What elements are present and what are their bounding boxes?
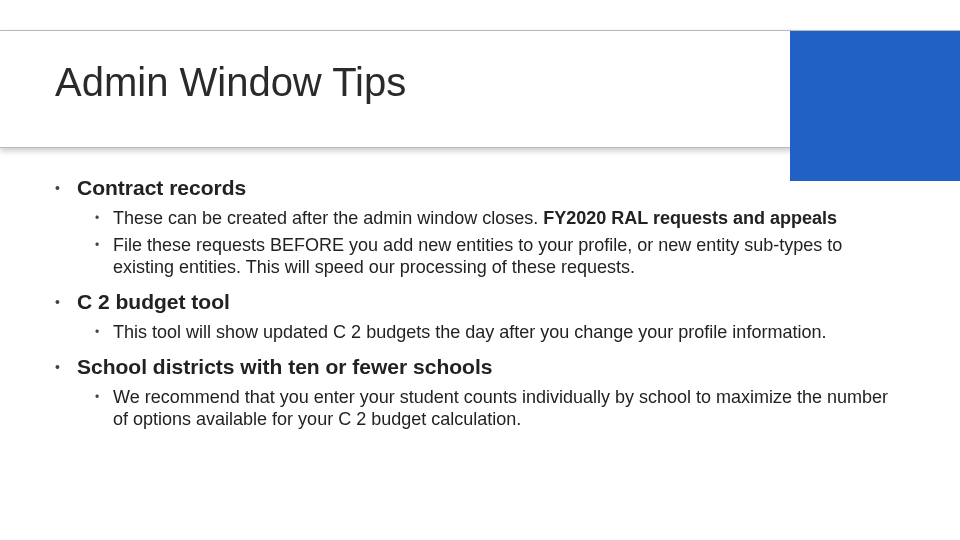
sub-list: • These can be created after the admin w… [95,207,905,279]
list-item-text: We recommend that you enter your student… [113,386,905,431]
list-item: • File these requests BEFORE you add new… [95,234,905,279]
bullet-icon: • [55,289,77,315]
slide-title: Admin Window Tips [55,60,406,105]
bullet-icon: • [95,386,113,431]
section-school-districts: • School districts with ten or fewer sch… [55,354,905,431]
section-c2-budget-tool: • C 2 budget tool • This tool will show … [55,289,905,344]
section-contract-records: • Contract records • These can be create… [55,175,905,279]
list-item: • This tool will show updated C 2 budget… [95,321,905,344]
sub-list: • We recommend that you enter your stude… [95,386,905,431]
bullet-list: • Contract records • These can be create… [55,175,905,431]
sub-list: • This tool will show updated C 2 budget… [95,321,905,344]
bullet-icon: • [95,234,113,279]
section-heading: Contract records [77,175,905,201]
section-heading: C 2 budget tool [77,289,905,315]
section-heading: School districts with ten or fewer schoo… [77,354,905,380]
list-item-text: This tool will show updated C 2 budgets … [113,321,905,344]
list-item: • These can be created after the admin w… [95,207,905,230]
slide: Admin Window Tips • Contract records • T… [0,0,960,540]
list-item-text: These can be created after the admin win… [113,207,905,230]
bullet-icon: • [55,354,77,380]
header-accent [790,31,960,181]
bullet-icon: • [55,175,77,201]
bullet-icon: • [95,321,113,344]
list-item: • We recommend that you enter your stude… [95,386,905,431]
slide-content: • Contract records • These can be create… [55,175,905,441]
bullet-icon: • [95,207,113,230]
list-item-text: File these requests BEFORE you add new e… [113,234,905,279]
